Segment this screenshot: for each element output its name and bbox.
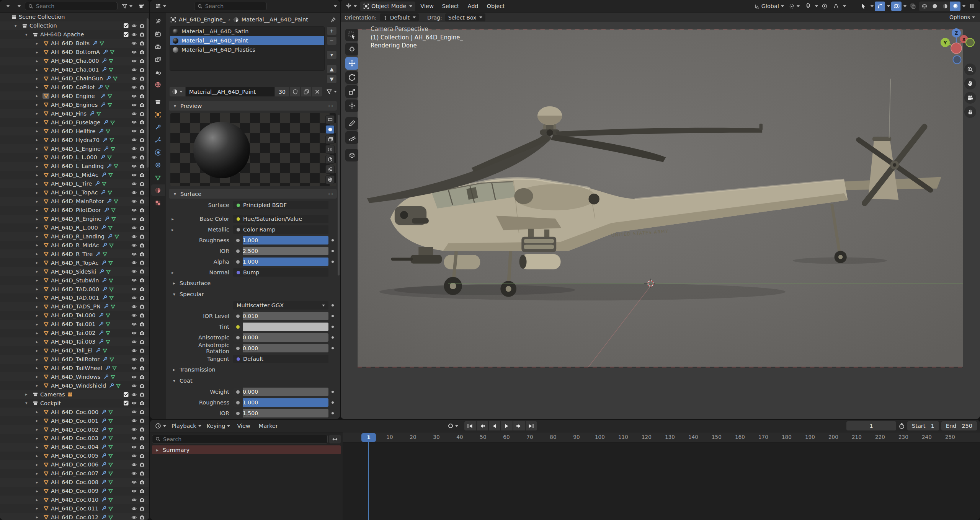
expand-chevron-icon[interactable] xyxy=(36,146,42,151)
filter-button[interactable] xyxy=(120,2,134,11)
render-visibility-slot[interactable] xyxy=(138,400,146,406)
expand-chevron-icon[interactable] xyxy=(36,427,42,432)
expand-chevron-icon[interactable] xyxy=(36,383,42,388)
navigation-gizmo[interactable]: Z X Y xyxy=(938,24,975,64)
outliner-row[interactable]: AH_64D_Fins xyxy=(0,109,149,118)
outliner-row[interactable]: Cockpit xyxy=(0,399,149,408)
render-visibility-slot[interactable] xyxy=(138,207,146,213)
visibility-slot[interactable] xyxy=(130,234,138,240)
outliner-row[interactable]: AH_64D_ChainGun xyxy=(0,74,149,83)
timeline-body[interactable]: 1020304050607080901001101201301401501601… xyxy=(150,432,980,520)
render-visibility-slot[interactable] xyxy=(138,23,146,29)
coat-panel-header[interactable]: ▾Coat xyxy=(171,376,337,385)
render-visibility-slot[interactable] xyxy=(138,155,146,160)
specular-panel-header[interactable]: ▾Specular xyxy=(171,289,337,299)
expand-chevron-icon[interactable] xyxy=(36,409,42,414)
visibility-slot[interactable] xyxy=(130,506,138,512)
render-visibility-slot[interactable] xyxy=(138,515,146,520)
viewport-canvas[interactable]: UNITED STATES ARMY xyxy=(341,22,980,419)
pin-button[interactable] xyxy=(330,17,336,23)
auto-keyframe-button[interactable] xyxy=(448,423,458,429)
anisotropic-rotation-slider[interactable]: 0.000 xyxy=(243,344,328,352)
visibility-slot[interactable] xyxy=(130,23,138,29)
menu-marker[interactable]: Marker xyxy=(255,421,281,430)
render-visibility-slot[interactable] xyxy=(138,357,146,362)
properties-scrollbar[interactable] xyxy=(338,115,340,275)
outliner-row[interactable]: AH_64D_StubWin xyxy=(0,276,149,285)
stopwatch-icon[interactable] xyxy=(898,423,905,429)
select-visibility-dropdown[interactable] xyxy=(858,2,869,11)
editor-type-button[interactable] xyxy=(153,421,168,430)
outliner-row[interactable]: AH_64D_PilotDoor xyxy=(0,206,149,215)
outliner-row[interactable]: AH_64D_L_TopAc xyxy=(0,188,149,197)
visibility-slot[interactable] xyxy=(130,216,138,222)
render-visibility-slot[interactable] xyxy=(138,374,146,380)
visibility-slot[interactable] xyxy=(130,199,138,204)
editor-type-button[interactable] xyxy=(153,2,168,11)
expand-chevron-icon[interactable] xyxy=(36,225,42,230)
outliner-row[interactable]: AH_64D_Windows xyxy=(0,372,149,381)
expand-chevron-icon[interactable] xyxy=(36,102,42,107)
expand-chevron-icon[interactable] xyxy=(36,331,42,336)
visibility-slot[interactable] xyxy=(130,172,138,178)
mode-dropdown[interactable]: Object Mode xyxy=(360,2,415,11)
outliner-row[interactable]: AH_64D_Tai.000 xyxy=(0,311,149,320)
expand-chevron-icon[interactable] xyxy=(36,418,42,423)
outliner-row[interactable]: AH_64D_Hellfire xyxy=(0,127,149,135)
render-visibility-slot[interactable] xyxy=(138,128,146,134)
editor-type-button[interactable] xyxy=(344,2,359,11)
tool-move[interactable] xyxy=(345,57,358,70)
normal-field[interactable]: Bump xyxy=(233,268,328,277)
outliner-row[interactable]: AH_64D_L_Landing xyxy=(0,162,149,171)
outliner-row[interactable]: AH_64D_R_TopAc xyxy=(0,258,149,267)
expand-chevron-icon[interactable] xyxy=(36,295,42,300)
render-visibility-slot[interactable] xyxy=(138,234,146,240)
overlays-chevron-icon[interactable] xyxy=(903,5,906,7)
expand-chevron-icon[interactable] xyxy=(36,111,42,116)
coat-weight-slider[interactable]: 0.000 xyxy=(243,388,328,396)
keyframe-dot[interactable] xyxy=(328,239,337,241)
expand-chevron-icon[interactable] xyxy=(36,120,42,125)
outliner-row[interactable]: AH_64D_Coc.004 xyxy=(0,443,149,452)
display-mode-button[interactable] xyxy=(14,2,23,11)
visibility-slot[interactable] xyxy=(130,348,138,354)
snap-toggle[interactable] xyxy=(803,2,813,11)
outliner-row[interactable]: AH_64D_Cha.001 xyxy=(0,65,149,74)
visibility-slot[interactable] xyxy=(130,330,138,336)
visibility-slot[interactable] xyxy=(130,435,138,441)
expand-chevron-icon[interactable]: ▸ xyxy=(169,227,176,232)
outliner-row[interactable]: AH_64D_L_Engine xyxy=(0,144,149,153)
tool-rotate[interactable] xyxy=(345,71,358,84)
visibility-slot[interactable] xyxy=(130,137,138,143)
render-visibility-slot[interactable] xyxy=(138,277,146,283)
render-visibility-slot[interactable] xyxy=(138,506,146,512)
preview-cube-button[interactable] xyxy=(325,135,335,144)
keyframe-dot[interactable] xyxy=(328,336,337,339)
expand-chevron-icon[interactable] xyxy=(36,287,42,292)
shading-rendered-button[interactable] xyxy=(950,2,960,11)
render-visibility-slot[interactable] xyxy=(138,479,146,485)
render-visibility-slot[interactable] xyxy=(138,471,146,476)
outliner-row[interactable]: AH_64D_Tail_El xyxy=(0,346,149,355)
tool-tweak-select[interactable] xyxy=(345,29,358,41)
properties-search-input[interactable]: Search xyxy=(194,2,267,10)
gizmos-chevron-icon[interactable] xyxy=(887,5,890,7)
outliner-row[interactable]: Collection xyxy=(0,21,149,30)
visibility-slot[interactable] xyxy=(130,497,138,503)
current-frame-field[interactable]: 1 xyxy=(846,421,896,430)
subsurface-panel-header[interactable]: ▸Subsurface xyxy=(171,278,337,288)
summary-channel-row[interactable]: ▸ Summary xyxy=(152,445,341,454)
render-visibility-slot[interactable] xyxy=(138,269,146,274)
tab-constraints[interactable] xyxy=(151,159,165,171)
outliner-row[interactable]: AH_64D_Fuselage xyxy=(0,118,149,127)
outliner-row[interactable]: AH_64D_Cha.000 xyxy=(0,57,149,65)
tab-view-layer[interactable] xyxy=(151,54,165,65)
render-visibility-slot[interactable] xyxy=(138,453,146,459)
keyframe-dot[interactable] xyxy=(328,347,337,349)
gizmo-minus-x-axis[interactable] xyxy=(951,43,962,54)
expand-chevron-icon[interactable] xyxy=(36,480,42,485)
visibility-slot[interactable] xyxy=(130,295,138,301)
falloff-dropdown[interactable] xyxy=(831,2,841,11)
outliner-row[interactable]: AH_64D_R_Tire xyxy=(0,249,149,258)
tab-collection[interactable] xyxy=(151,96,165,108)
